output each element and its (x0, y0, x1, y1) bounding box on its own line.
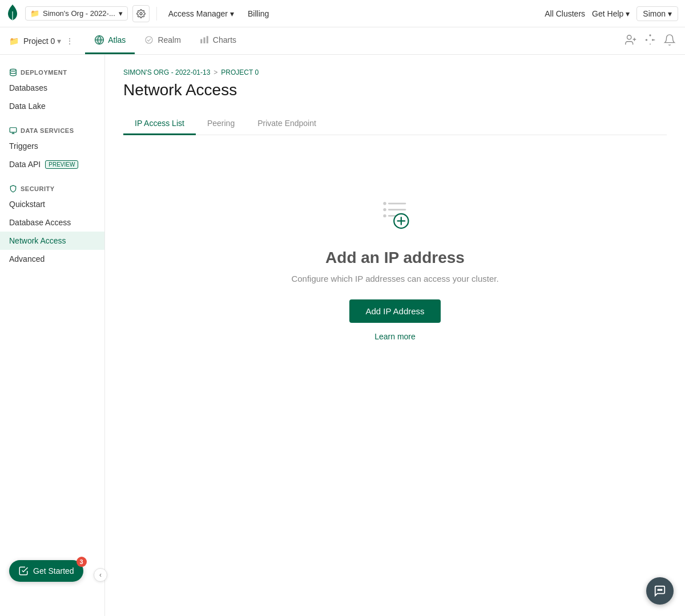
svg-point-22 (659, 589, 660, 590)
mongodb-logo (7, 5, 18, 22)
main-content: SIMON'S ORG - 2022-01-13 > PROJECT 0 Net… (105, 55, 685, 616)
svg-point-21 (658, 589, 659, 590)
top-nav: 📁 Simon's Org - 2022-... ▾ Access Manage… (0, 0, 685, 27)
second-nav: 📁 Project 0 ▾ ⋮ Atlas Realm (0, 27, 685, 55)
empty-state-title: Add an IP address (325, 249, 465, 267)
preview-badge: PREVIEW (45, 160, 78, 169)
access-manager-dropdown-icon: ▾ (230, 9, 234, 18)
sidebar-item-quickstart[interactable]: Quickstart (0, 195, 104, 213)
project-name: Project 0 (23, 37, 55, 46)
svg-point-1 (146, 37, 152, 43)
notifications-icon[interactable] (663, 34, 676, 48)
nav-divider (156, 7, 157, 21)
tab-charts[interactable]: Charts (190, 27, 245, 54)
chat-button[interactable] (646, 577, 674, 605)
svg-rect-2 (200, 39, 202, 44)
empty-state-subtitle: Configure which IP addresses can access … (291, 274, 498, 283)
invite-users-icon[interactable] (624, 34, 637, 48)
data-api-with-badge: Data API PREVIEW (9, 160, 95, 169)
svg-point-0 (140, 13, 142, 15)
svg-point-5 (627, 35, 631, 39)
top-nav-right: All Clusters Get Help ▾ Simon ▾ (545, 6, 678, 21)
nav-tabs: Atlas Realm Charts (85, 27, 245, 54)
svg-rect-9 (10, 128, 17, 132)
sidebar-section-data-services: DATA SERVICES (0, 122, 104, 137)
sidebar-item-triggers[interactable]: Triggers (0, 137, 104, 155)
charts-tab-label: Charts (213, 35, 236, 44)
billing-button[interactable]: Billing (243, 9, 273, 18)
sidebar-item-databases[interactable]: Databases (0, 79, 104, 97)
tab-atlas[interactable]: Atlas (85, 27, 135, 54)
svg-point-16 (383, 208, 386, 211)
svg-point-23 (661, 589, 662, 590)
sidebar-item-advanced[interactable]: Advanced (0, 250, 104, 268)
org-folder-icon: 📁 (30, 9, 39, 18)
main-layout: DEPLOYMENT Databases Data Lake DATA SERV… (0, 55, 685, 616)
collapse-icon: ‹ (99, 571, 102, 579)
project-kebab-icon[interactable]: ⋮ (66, 37, 74, 46)
billing-label: Billing (248, 9, 269, 18)
get-started-label: Get Started (33, 566, 74, 576)
svg-rect-3 (203, 38, 205, 44)
org-dropdown-icon: ▾ (119, 9, 123, 18)
user-menu-button[interactable]: Simon ▾ (636, 6, 678, 21)
add-ip-address-button[interactable]: Add IP Address (349, 299, 440, 323)
atlas-tab-label: Atlas (108, 35, 126, 44)
breadcrumb-org[interactable]: SIMON'S ORG - 2022-01-13 (123, 68, 210, 76)
svg-rect-4 (207, 36, 208, 43)
svg-point-17 (383, 214, 386, 217)
realm-tab-label: Realm (158, 35, 180, 44)
content-tabs: IP Access List Peering Private Endpoint (123, 113, 667, 135)
settings-button[interactable] (132, 5, 150, 22)
sidebar: DEPLOYMENT Databases Data Lake DATA SERV… (0, 55, 105, 616)
page-title: Network Access (123, 81, 667, 99)
all-clusters-button[interactable]: All Clusters (545, 9, 585, 18)
org-selector[interactable]: 📁 Simon's Org - 2022-... ▾ (25, 6, 128, 21)
breadcrumb: SIMON'S ORG - 2022-01-13 > PROJECT 0 (123, 68, 667, 76)
sidebar-item-network-access[interactable]: Network Access (0, 232, 104, 250)
org-label: Simon's Org - 2022-... (43, 9, 115, 18)
tab-peering[interactable]: Peering (196, 113, 246, 135)
project-selector[interactable]: 📁 Project 0 ▾ (9, 37, 61, 46)
access-manager-label: Access Manager (168, 9, 228, 18)
project-folder-icon: 📁 (9, 37, 19, 46)
svg-point-8 (10, 69, 17, 71)
get-started-badge: 3 (76, 557, 87, 567)
get-help-button[interactable]: Get Help ▾ (592, 9, 630, 18)
tab-private-endpoint[interactable]: Private Endpoint (246, 113, 328, 135)
sidebar-section-security: SECURITY (0, 180, 104, 195)
breadcrumb-separator: > (213, 68, 217, 76)
tab-ip-access-list[interactable]: IP Access List (123, 113, 196, 135)
add-ip-icon (374, 192, 416, 235)
settings-icon[interactable] (644, 34, 656, 48)
svg-point-15 (383, 202, 386, 205)
top-nav-left: 📁 Simon's Org - 2022-... ▾ Access Manage… (7, 5, 545, 22)
tab-realm[interactable]: Realm (135, 27, 190, 54)
second-nav-right (624, 34, 676, 48)
sidebar-section-deployment: DEPLOYMENT (0, 64, 104, 79)
learn-more-link[interactable]: Learn more (374, 332, 416, 341)
breadcrumb-project[interactable]: PROJECT 0 (221, 68, 259, 76)
user-dropdown-icon: ▾ (668, 9, 672, 18)
sidebar-item-data-api[interactable]: Data API PREVIEW (0, 155, 104, 173)
empty-state: Add an IP address Configure which IP add… (123, 158, 667, 375)
get-help-dropdown-icon: ▾ (626, 9, 630, 18)
access-manager-button[interactable]: Access Manager ▾ (164, 9, 239, 18)
collapse-sidebar-button[interactable]: ‹ (94, 568, 107, 582)
project-dropdown-icon: ▾ (57, 37, 61, 46)
get-started-button[interactable]: Get Started 3 (9, 560, 83, 582)
sidebar-item-data-lake[interactable]: Data Lake (0, 97, 104, 115)
sidebar-item-database-access[interactable]: Database Access (0, 213, 104, 232)
